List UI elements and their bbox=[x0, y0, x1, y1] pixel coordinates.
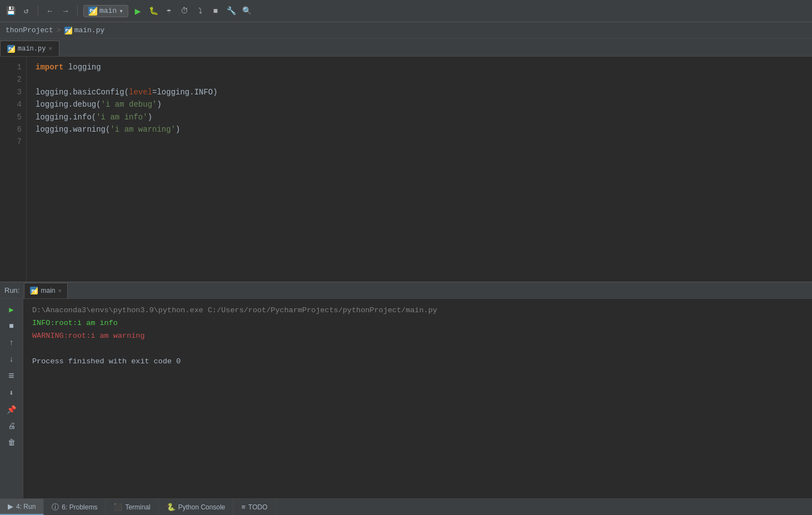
status-item-terminal[interactable]: ⬛ Terminal bbox=[106, 499, 158, 515]
status-run-icon: ▶ bbox=[8, 502, 13, 511]
status-todo-label: TODO bbox=[248, 503, 267, 511]
debug-icon[interactable]: 🐛 bbox=[147, 5, 159, 17]
profile-icon[interactable]: ⏱ bbox=[178, 5, 191, 17]
breadcrumb-project-label: thonProject bbox=[6, 26, 53, 34]
line-numbers: 1 2 3 4 5 6 7 bbox=[0, 57, 27, 282]
status-item-problems[interactable]: ⓘ 6: Problems bbox=[44, 499, 106, 515]
run-softcopy-button[interactable]: ⬇ bbox=[4, 386, 19, 400]
breadcrumb-file[interactable]: Py main.py bbox=[64, 26, 105, 34]
save-icon[interactable]: 💾 bbox=[4, 5, 17, 17]
tab-close-button[interactable]: × bbox=[48, 46, 52, 52]
run-output-line-5: Process finished with exit code 0 bbox=[32, 356, 803, 368]
breadcrumb-file-icon: Py bbox=[64, 27, 72, 34]
run-sidebar: ▶ ■ ↑ ↓ ≡ ⬇ 📌 🖨 🗑 bbox=[0, 299, 23, 498]
line-number-2: 2 bbox=[4, 73, 22, 86]
editor-area: 1 2 3 4 5 6 7 import logging logging.bas… bbox=[0, 57, 812, 282]
run-print-button[interactable]: 🖨 bbox=[4, 419, 19, 433]
status-problems-icon: ⓘ bbox=[52, 502, 59, 512]
status-python-console-label: Python Console bbox=[178, 503, 225, 511]
run-tab-icon: Py bbox=[30, 287, 38, 294]
code-line-6: logging.warning('i am warning') bbox=[36, 123, 803, 136]
status-python-icon: 🐍 bbox=[167, 503, 176, 511]
toolbar-separator-1 bbox=[38, 6, 38, 17]
code-line-1: import logging bbox=[36, 61, 803, 73]
status-item-run[interactable]: ▶ 4: Run bbox=[0, 499, 44, 515]
line-number-6: 6 bbox=[4, 123, 22, 136]
refresh-icon[interactable]: ↺ bbox=[20, 5, 32, 17]
run-config-button[interactable]: Py main ▾ bbox=[83, 5, 128, 17]
run-tab-close[interactable]: × bbox=[58, 287, 61, 294]
editor-tabs: Py main.py × bbox=[0, 39, 812, 57]
code-editor[interactable]: import logging logging.basicConfig(level… bbox=[27, 57, 812, 282]
run-label: Run: bbox=[4, 286, 19, 294]
run-tab-label: main bbox=[41, 287, 55, 294]
wrench-icon[interactable]: 🔧 bbox=[225, 5, 237, 17]
run-play-button[interactable]: ▶ bbox=[4, 302, 19, 317]
status-run-label: 4: Run bbox=[16, 503, 36, 511]
toolbar: 💾 ↺ ← → Py main ▾ ▶ 🐛 ☂ ⏱ ⤵ ■ 🔧 🔍 bbox=[0, 0, 812, 22]
run-menu-button[interactable]: ≡ bbox=[4, 369, 19, 383]
run-output-line-3: WARNING:root:i am warning bbox=[32, 330, 803, 343]
status-terminal-label: Terminal bbox=[125, 503, 150, 511]
coverage-icon[interactable]: ☂ bbox=[163, 5, 175, 17]
run-icon[interactable]: ▶ bbox=[132, 5, 144, 17]
run-output-line-2: INFO:root:i am info bbox=[32, 317, 803, 330]
code-line-5: logging.info('i am info') bbox=[36, 111, 803, 123]
editor-tab-main[interactable]: Py main.py × bbox=[0, 41, 59, 56]
back-icon[interactable]: ← bbox=[44, 5, 56, 17]
run-panel: Run: Py main × ▶ ■ ↑ ↓ ≡ ⬇ 📌 🖨 🗑 D:\Anac… bbox=[0, 282, 812, 498]
run-scroll-up-button[interactable]: ↑ bbox=[4, 336, 19, 350]
status-bar: ▶ 4: Run ⓘ 6: Problems ⬛ Terminal 🐍 Pyth… bbox=[0, 498, 812, 515]
run-pin-button[interactable]: 📌 bbox=[4, 402, 19, 417]
line-number-7: 7 bbox=[4, 136, 22, 148]
run-stop-button[interactable]: ■ bbox=[4, 319, 19, 333]
run-tab-main[interactable]: Py main × bbox=[24, 283, 67, 298]
run-panel-header: Run: Py main × bbox=[0, 282, 812, 299]
code-line-3: logging.basicConfig(level=logging.INFO) bbox=[36, 86, 803, 98]
breadcrumb: thonProject > Py main.py bbox=[0, 22, 812, 39]
breadcrumb-file-label: main.py bbox=[74, 26, 105, 34]
code-line-2 bbox=[36, 73, 803, 86]
stop-icon[interactable]: ■ bbox=[209, 5, 222, 17]
status-item-python-console[interactable]: 🐍 Python Console bbox=[159, 499, 234, 515]
breadcrumb-separator: > bbox=[57, 26, 61, 34]
step-over-icon[interactable]: ⤵ bbox=[194, 5, 206, 17]
line-number-1: 1 bbox=[4, 61, 22, 73]
status-problems-label: 6: Problems bbox=[62, 503, 97, 511]
run-panel-body: ▶ ■ ↑ ↓ ≡ ⬇ 📌 🖨 🗑 D:\Anaconda3\envs\pyth… bbox=[0, 299, 812, 498]
line-number-5: 5 bbox=[4, 111, 22, 123]
breadcrumb-project[interactable]: thonProject bbox=[6, 26, 53, 34]
run-output: D:\Anaconda3\envs\python3.9\python.exe C… bbox=[23, 299, 812, 498]
code-line-4: logging.debug('i am debug') bbox=[36, 98, 803, 111]
status-todo-icon: ≡ bbox=[241, 503, 245, 511]
run-config-label: main bbox=[99, 7, 117, 15]
code-line-7 bbox=[36, 136, 803, 148]
forward-icon[interactable]: → bbox=[59, 5, 72, 17]
tab-filename: main.py bbox=[18, 45, 46, 53]
line-number-3: 3 bbox=[4, 86, 22, 98]
status-item-todo[interactable]: ≡ TODO bbox=[233, 499, 275, 515]
run-config-dropdown-icon: ▾ bbox=[119, 7, 123, 16]
run-scroll-down-button[interactable]: ↓ bbox=[4, 352, 19, 367]
tab-file-icon: Py bbox=[7, 45, 15, 53]
line-number-4: 4 bbox=[4, 98, 22, 111]
search-icon[interactable]: 🔍 bbox=[240, 5, 253, 17]
python-icon: Py bbox=[88, 7, 97, 16]
run-output-line-1: D:\Anaconda3\envs\python3.9\python.exe C… bbox=[32, 304, 803, 317]
status-terminal-icon: ⬛ bbox=[113, 503, 122, 511]
run-output-line-4 bbox=[32, 343, 803, 356]
toolbar-separator-2 bbox=[77, 6, 78, 17]
run-delete-button[interactable]: 🗑 bbox=[4, 436, 19, 450]
